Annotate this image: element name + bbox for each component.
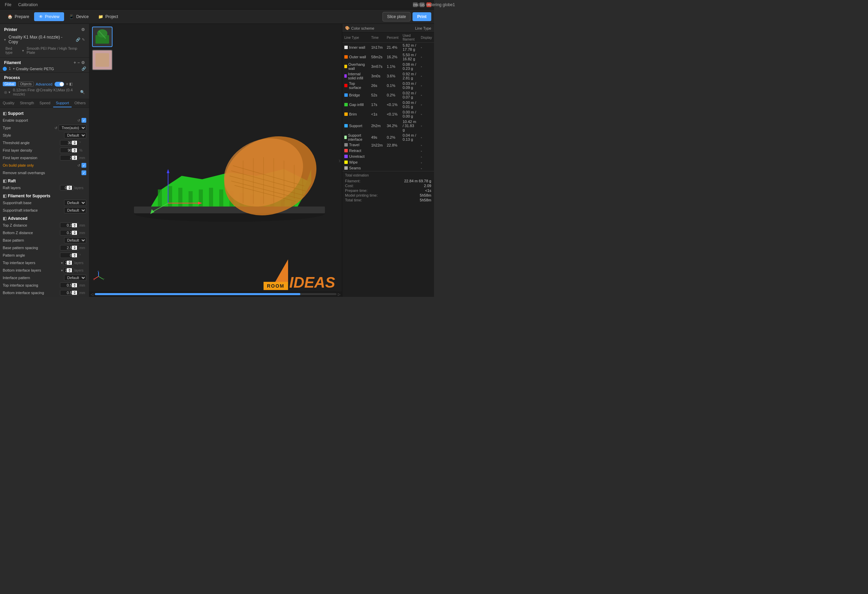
global-badge[interactable]: Global (3, 82, 16, 86)
line-color-dot (344, 112, 348, 116)
filament-settings-icon[interactable]: ⚙ (81, 60, 85, 65)
tab-speed[interactable]: Speed (37, 99, 53, 108)
type-select[interactable]: Tree(auto) (59, 125, 86, 131)
scroll-indicator: › (338, 157, 341, 164)
printer-link-icon[interactable]: 🔗 (76, 37, 80, 42)
file-menu[interactable]: File (3, 2, 13, 8)
cell-filament: 0.00 m / 0.00 g (401, 109, 419, 119)
printer-expand-icon[interactable]: ▾ (4, 38, 6, 41)
calibration-menu[interactable]: Calibration (16, 2, 40, 8)
slice-plate-button[interactable]: Slice plate (382, 12, 410, 22)
style-select[interactable]: Default (64, 132, 86, 139)
svg-marker-36 (167, 169, 170, 173)
process-icons[interactable]: ≡ ◧ (66, 82, 72, 86)
process-row: Global Objects Advanced ≡ ◧ (3, 81, 86, 87)
model-thumbnail[interactable] (92, 27, 112, 47)
cell-display: ▪ (419, 100, 434, 109)
bottom-bar: ◁ ▷ (89, 291, 342, 297)
prepare-row: Prepare time: <1s (345, 188, 431, 193)
filament-link-icon[interactable]: 🔗 (81, 66, 86, 71)
threshold-input[interactable] (60, 140, 79, 146)
cell-name: Retract (342, 148, 369, 154)
color-thumbnail[interactable] (92, 50, 112, 70)
filament-row: Filament: 22.84 m 69.78 g (345, 178, 431, 183)
pattern-angle-row: Pattern angle ° (0, 252, 89, 259)
model-print-value: 5h58m (420, 193, 431, 198)
total-row: Total time: 5h58m (345, 198, 431, 202)
raft-layers-input[interactable] (60, 185, 74, 190)
base-pattern-select[interactable]: Default (64, 237, 86, 243)
tab-quality[interactable]: Quality (0, 99, 17, 108)
watermark: ROOM IDEAS (264, 259, 335, 290)
top-z-input[interactable] (60, 223, 79, 228)
device-tab[interactable]: 📱 Device (64, 12, 93, 21)
pattern-angle-input[interactable] (60, 252, 79, 258)
on-build-plate-check[interactable]: ✓ (81, 163, 86, 168)
raft-layers-row: Raft layers layers (0, 184, 89, 192)
add-filament-icon[interactable]: + (74, 60, 76, 65)
printer-edit-icon[interactable]: ✎ (82, 37, 85, 42)
line-type-label: Line Type (415, 26, 431, 30)
line-color-dot (344, 124, 348, 127)
top-interface-spacing-input[interactable] (60, 283, 79, 288)
table-row: Inner wall 1h17m 21.4% 5.82 m / 17.78 g … (342, 43, 434, 53)
bottom-z-input[interactable] (60, 230, 79, 236)
print-button[interactable]: Print (412, 12, 431, 21)
cell-name: Overhang wall (342, 62, 369, 71)
first-layer-expansion-input[interactable] (60, 155, 79, 161)
interface-pattern-select[interactable]: Default (64, 275, 86, 281)
filament-number: 1 (8, 67, 12, 71)
cell-percent (385, 154, 400, 159)
table-row: Gap infill 17s <0.1% 0.00 m / 0.01 g ▪ (342, 100, 434, 109)
preview-tab[interactable]: 👁 Preview (34, 12, 65, 21)
enable-support-reset-icon[interactable]: ↺ (77, 119, 80, 122)
progress-bar[interactable] (95, 293, 337, 295)
base-pattern-spacing-input[interactable] (60, 245, 79, 251)
color-scheme-icon: 🎨 (345, 26, 350, 30)
home-icon: 🏠 (7, 14, 13, 19)
top-interface-layers-label: Top interface layers (3, 261, 61, 265)
quality-search-icon[interactable]: 🔍 (80, 90, 85, 94)
first-layer-density-input[interactable] (60, 147, 79, 153)
table-row: Bridge 52s 0.2% 0.02 m / 0.07 g ▪ (342, 90, 434, 100)
top-interface-spacing-label: Top interface spacing (3, 283, 60, 287)
project-tab[interactable]: 📁 Project (93, 12, 123, 21)
support-raft-base-select[interactable]: Default (64, 200, 86, 206)
svg-text:Y: Y (103, 278, 105, 281)
tab-others[interactable]: Others (72, 99, 88, 108)
pattern-angle-label: Pattern angle (3, 253, 60, 257)
enable-support-check[interactable]: ✓ (81, 118, 86, 123)
top-interface-layers-input[interactable] (63, 260, 74, 265)
type-reset-icon[interactable]: ↺ (55, 126, 57, 130)
cell-time: 2h2m (369, 119, 385, 133)
remove-filament-icon[interactable]: − (77, 60, 80, 65)
right-panel: 🎨 Color scheme Line Type Line Type Time … (342, 24, 434, 297)
table-row: Travel 1h22m 22.8% ▪ (342, 142, 434, 148)
line-color-dot (344, 103, 348, 106)
advanced-toggle[interactable] (55, 82, 64, 87)
cell-name: Inner wall (342, 43, 369, 53)
support-raft-interface-select[interactable]: Default (64, 207, 86, 213)
bottom-interface-spacing-input[interactable] (60, 290, 79, 295)
advanced-group-title: ◧ Advanced (0, 214, 89, 221)
tab-support[interactable]: Support (53, 99, 72, 108)
cell-name: Top surface (342, 81, 369, 90)
normal-support-expansion-row: Normal support expansion mm (0, 296, 89, 297)
cell-time: 52s (369, 90, 385, 100)
cell-display: ▪ (419, 148, 434, 154)
table-row: Brim <1s <0.1% 0.00 m / 0.00 g ▪ (342, 109, 434, 119)
progress-end: ▷ (338, 292, 341, 296)
remove-overhangs-check[interactable]: ✓ (81, 170, 86, 175)
bottom-interface-layers-input[interactable] (63, 268, 74, 273)
tab-strength[interactable]: Strength (17, 99, 37, 108)
objects-badge[interactable]: Objects (18, 81, 34, 87)
printer-settings-icon[interactable]: ⚙ (81, 27, 85, 32)
prepare-tab[interactable]: 🏠 Prepare (3, 12, 34, 21)
table-row: Wipe ▪ (342, 159, 434, 165)
line-color-dot (344, 155, 348, 158)
main-layout: Printer ⚙ ▾ Creality K1 Max (0.4 nozzle)… (0, 24, 434, 297)
on-build-plate-reset-icon[interactable]: ↺ (77, 164, 80, 167)
support-raft-base-label: Support/raft base (3, 201, 64, 205)
top-interface-spacing-row: Top interface spacing mm (0, 282, 89, 289)
cell-percent: 0.2% (385, 90, 400, 100)
